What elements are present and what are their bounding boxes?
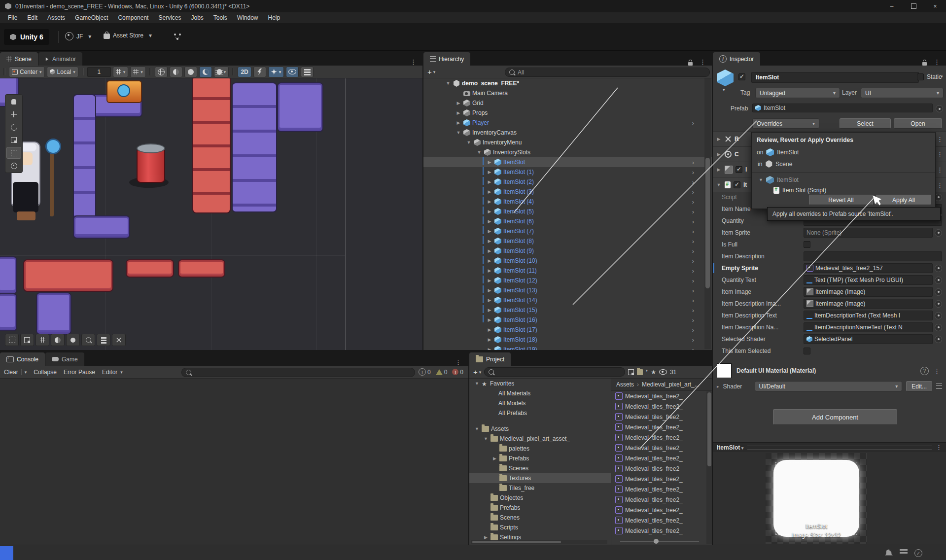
field-checkbox[interactable]: [804, 348, 810, 354]
expand-arrow-icon[interactable]: ▶: [492, 456, 497, 461]
shading-mode-button[interactable]: [170, 67, 182, 77]
file-row[interactable]: Medieval_tiles_free2_: [611, 401, 713, 412]
project-tree-row[interactable]: Scripts: [469, 523, 611, 532]
grid-size-input[interactable]: 1: [87, 67, 111, 77]
file-row[interactable]: Medieval_tiles_free2_: [611, 391, 713, 401]
expand-arrow-icon[interactable]: ▼: [455, 130, 461, 135]
hierarchy-row[interactable]: ▼ InventoryCanvas: [423, 128, 712, 138]
lighting-toggle-button[interactable]: [184, 67, 197, 77]
file-row[interactable]: Medieval_tiles_free2_: [611, 525, 713, 536]
object-picker-icon[interactable]: [935, 229, 942, 237]
object-picker-icon[interactable]: [935, 324, 942, 331]
project-tree-row[interactable]: Prefabs: [469, 503, 611, 513]
prefab-chevron-icon[interactable]: ›: [692, 307, 694, 314]
expand-arrow-icon[interactable]: ▶: [487, 317, 492, 322]
scrollbar-thumb[interactable]: [705, 158, 710, 288]
field-value-box[interactable]: ItemImage (Image): [804, 299, 933, 309]
prefab-chevron-icon[interactable]: ›: [692, 267, 694, 275]
hierarchy-row[interactable]: ▶ ItemSlot (13) ›: [423, 285, 712, 295]
expand-arrow-icon[interactable]: ▼: [445, 81, 451, 86]
hierarchy-row[interactable]: ▶ ItemSlot (6) ›: [423, 216, 712, 226]
menu-item[interactable]: Services: [153, 14, 186, 21]
file-row[interactable]: Medieval_tiles_free2_: [611, 515, 713, 525]
prefab-chevron-icon[interactable]: ›: [692, 198, 694, 206]
notifications-muted-icon[interactable]: [885, 549, 893, 556]
hierarchy-row[interactable]: ▶ ItemSlot ›: [423, 157, 712, 167]
hierarchy-row[interactable]: ▶ ItemSlot (16) ›: [423, 315, 712, 325]
hierarchy-search-input[interactable]: All: [505, 68, 710, 77]
expand-arrow-icon[interactable]: ▶: [487, 229, 492, 234]
expand-arrow-icon[interactable]: ▶: [455, 120, 461, 125]
project-tree-row[interactable]: ▼ Assets: [469, 424, 611, 434]
clear-button[interactable]: Clear▾: [4, 369, 27, 376]
field-value-box[interactable]: ItemImage (Image): [804, 287, 933, 297]
expand-arrow-icon[interactable]: ▶: [487, 209, 492, 214]
prefab-chevron-icon[interactable]: ›: [692, 326, 694, 334]
layer-dropdown[interactable]: UI: [861, 88, 944, 98]
gizmo-visibility-button[interactable]: [253, 67, 266, 77]
scene-panel-menu-icon[interactable]: ⋮: [410, 58, 417, 66]
foldout-arrow-icon[interactable]: ▼: [759, 177, 763, 182]
circle-tool-button[interactable]: [51, 334, 65, 346]
apply-all-button[interactable]: Apply All: [876, 195, 931, 205]
expand-arrow-icon[interactable]: ▼: [466, 140, 472, 145]
hierarchy-row[interactable]: ▶ ItemSlot (10) ›: [423, 256, 712, 266]
tab-inspector[interactable]: i Inspector: [713, 52, 760, 66]
static-checkbox[interactable]: [917, 73, 924, 80]
project-tree-row[interactable]: All Materials: [469, 388, 611, 398]
prefab-chevron-icon[interactable]: ›: [692, 208, 694, 215]
menu-item[interactable]: Tools: [209, 14, 232, 21]
object-picker-icon[interactable]: [935, 336, 942, 343]
pivot-mode-dropdown[interactable]: Center▾: [9, 67, 45, 77]
account-dropdown[interactable]: JF: [65, 32, 91, 40]
create-object-button[interactable]: +: [427, 68, 435, 76]
hierarchy-row[interactable]: ▶ ItemSlot (4) ›: [423, 197, 712, 207]
foldout-arrow-icon[interactable]: ▸: [717, 384, 719, 389]
hierarchy-row[interactable]: ▶ ItemSlot (8) ›: [423, 236, 712, 246]
expand-arrow-icon[interactable]: ▶: [487, 170, 492, 175]
hierarchy-row[interactable]: ▶ ItemSlot (5) ›: [423, 207, 712, 216]
foldout-arrow-icon[interactable]: ▶: [716, 137, 722, 141]
project-search-input[interactable]: [484, 367, 625, 377]
shaded-wireframe-button[interactable]: [155, 67, 168, 77]
field-value-box[interactable]: ItemDescriptionNameText (Text N: [804, 322, 933, 332]
hierarchy-row[interactable]: ▶ ItemSlot (7) ›: [423, 226, 712, 236]
prefab-object-field[interactable]: ItemSlot: [752, 104, 933, 112]
hierarchy-row[interactable]: ▶ Player ›: [423, 118, 712, 128]
hierarchy-row[interactable]: ▶ ItemSlot (19) ›: [423, 345, 712, 350]
expand-arrow-icon[interactable]: ▶: [487, 268, 492, 273]
hierarchy-row[interactable]: ▶ ItemSlot (1) ›: [423, 167, 712, 177]
project-tree-row[interactable]: palettes: [469, 444, 611, 454]
tab-scene[interactable]: Scene: [0, 52, 38, 66]
foldout-arrow-icon[interactable]: ▶: [716, 152, 722, 157]
file-row[interactable]: Medieval_tiles_free2_: [611, 422, 713, 432]
component-enabled-checkbox[interactable]: [734, 181, 740, 188]
project-tree-row[interactable]: ▼ ★ Favorites: [469, 379, 611, 388]
expand-arrow-icon[interactable]: ▶: [487, 298, 492, 303]
lock-icon[interactable]: [688, 62, 693, 66]
revert-all-button[interactable]: Revert All: [809, 195, 873, 205]
overrides-dropdown[interactable]: Overrides: [752, 118, 819, 129]
prefab-chevron-icon[interactable]: ›: [692, 287, 694, 294]
project-tree-row[interactable]: Tiles_free: [469, 483, 611, 493]
file-row[interactable]: Medieval_tiles_free2_: [611, 474, 713, 484]
expand-arrow-icon[interactable]: ▶: [487, 179, 492, 184]
breadcrumb-root[interactable]: Assets: [616, 381, 634, 388]
object-picker-icon[interactable]: [935, 312, 942, 319]
file-row[interactable]: Medieval_tiles_free2_: [611, 443, 713, 453]
skybox-toggle-button[interactable]: [199, 67, 212, 77]
hierarchy-row[interactable]: ▼ demo_scene_FREE*: [423, 78, 712, 88]
expand-arrow-icon[interactable]: ▼: [476, 150, 482, 155]
project-tree-row[interactable]: Textures: [469, 473, 611, 483]
hierarchy-row[interactable]: ▶ ItemSlot (9) ›: [423, 246, 712, 256]
field-value-box[interactable]: Medieval_tiles_free2_157: [804, 263, 933, 273]
save-search-icon[interactable]: ★: [651, 369, 656, 376]
object-picker-icon[interactable]: [935, 300, 942, 308]
file-row[interactable]: Medieval_tiles_free2_: [611, 432, 713, 443]
file-row[interactable]: Medieval_tiles_free2_: [611, 463, 713, 474]
shuffle-tool-button[interactable]: [112, 334, 126, 346]
scene-viewport[interactable]: [0, 78, 422, 350]
tab-animator[interactable]: Animator: [38, 52, 82, 66]
minimize-button[interactable]: –: [881, 0, 903, 12]
expand-arrow-icon[interactable]: ▶: [487, 288, 492, 293]
